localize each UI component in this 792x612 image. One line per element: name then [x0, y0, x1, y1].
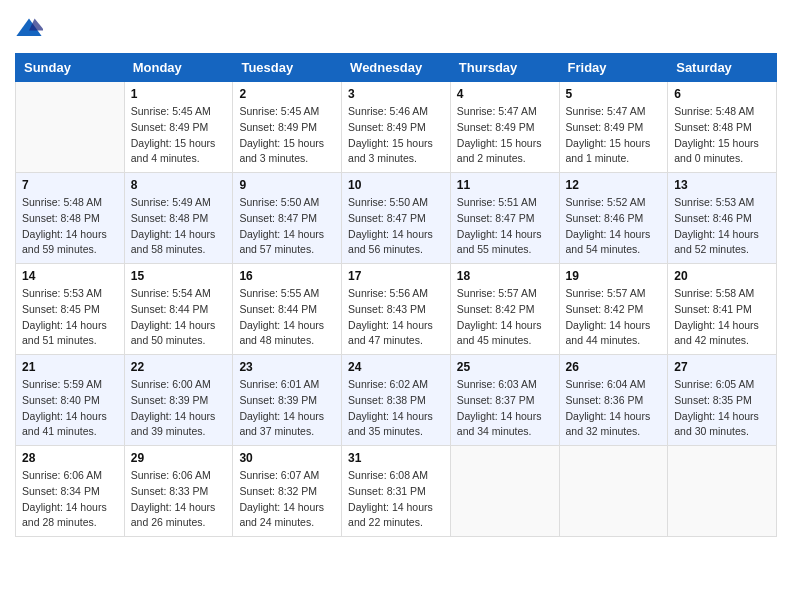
- day-number: 18: [457, 269, 553, 283]
- day-info: Sunrise: 6:08 AM Sunset: 8:31 PM Dayligh…: [348, 468, 444, 531]
- day-number: 4: [457, 87, 553, 101]
- day-info: Sunrise: 5:53 AM Sunset: 8:46 PM Dayligh…: [674, 195, 770, 258]
- calendar-cell: 3Sunrise: 5:46 AM Sunset: 8:49 PM Daylig…: [342, 82, 451, 173]
- day-info: Sunrise: 5:54 AM Sunset: 8:44 PM Dayligh…: [131, 286, 227, 349]
- day-number: 19: [566, 269, 662, 283]
- header-saturday: Saturday: [668, 54, 777, 82]
- header-friday: Friday: [559, 54, 668, 82]
- calendar-cell: 26Sunrise: 6:04 AM Sunset: 8:36 PM Dayli…: [559, 355, 668, 446]
- day-info: Sunrise: 5:55 AM Sunset: 8:44 PM Dayligh…: [239, 286, 335, 349]
- day-number: 22: [131, 360, 227, 374]
- day-number: 1: [131, 87, 227, 101]
- calendar-cell: 31Sunrise: 6:08 AM Sunset: 8:31 PM Dayli…: [342, 446, 451, 537]
- calendar-body: 1Sunrise: 5:45 AM Sunset: 8:49 PM Daylig…: [16, 82, 777, 537]
- calendar-cell: 19Sunrise: 5:57 AM Sunset: 8:42 PM Dayli…: [559, 264, 668, 355]
- calendar-cell: 5Sunrise: 5:47 AM Sunset: 8:49 PM Daylig…: [559, 82, 668, 173]
- calendar-cell: 8Sunrise: 5:49 AM Sunset: 8:48 PM Daylig…: [124, 173, 233, 264]
- week-row-2: 7Sunrise: 5:48 AM Sunset: 8:48 PM Daylig…: [16, 173, 777, 264]
- calendar-header: SundayMondayTuesdayWednesdayThursdayFrid…: [16, 54, 777, 82]
- day-info: Sunrise: 5:50 AM Sunset: 8:47 PM Dayligh…: [348, 195, 444, 258]
- day-info: Sunrise: 5:58 AM Sunset: 8:41 PM Dayligh…: [674, 286, 770, 349]
- calendar-cell: [16, 82, 125, 173]
- calendar-cell: [559, 446, 668, 537]
- calendar-cell: 20Sunrise: 5:58 AM Sunset: 8:41 PM Dayli…: [668, 264, 777, 355]
- day-info: Sunrise: 5:45 AM Sunset: 8:49 PM Dayligh…: [131, 104, 227, 167]
- week-row-1: 1Sunrise: 5:45 AM Sunset: 8:49 PM Daylig…: [16, 82, 777, 173]
- calendar-cell: 11Sunrise: 5:51 AM Sunset: 8:47 PM Dayli…: [450, 173, 559, 264]
- calendar-cell: 2Sunrise: 5:45 AM Sunset: 8:49 PM Daylig…: [233, 82, 342, 173]
- day-info: Sunrise: 6:00 AM Sunset: 8:39 PM Dayligh…: [131, 377, 227, 440]
- day-info: Sunrise: 5:53 AM Sunset: 8:45 PM Dayligh…: [22, 286, 118, 349]
- day-info: Sunrise: 5:46 AM Sunset: 8:49 PM Dayligh…: [348, 104, 444, 167]
- header-thursday: Thursday: [450, 54, 559, 82]
- day-number: 2: [239, 87, 335, 101]
- day-info: Sunrise: 6:07 AM Sunset: 8:32 PM Dayligh…: [239, 468, 335, 531]
- day-number: 11: [457, 178, 553, 192]
- header-sunday: Sunday: [16, 54, 125, 82]
- calendar-cell: 12Sunrise: 5:52 AM Sunset: 8:46 PM Dayli…: [559, 173, 668, 264]
- day-number: 8: [131, 178, 227, 192]
- day-info: Sunrise: 5:48 AM Sunset: 8:48 PM Dayligh…: [22, 195, 118, 258]
- day-info: Sunrise: 5:47 AM Sunset: 8:49 PM Dayligh…: [566, 104, 662, 167]
- day-info: Sunrise: 5:47 AM Sunset: 8:49 PM Dayligh…: [457, 104, 553, 167]
- logo: [15, 15, 47, 43]
- calendar-cell: 24Sunrise: 6:02 AM Sunset: 8:38 PM Dayli…: [342, 355, 451, 446]
- day-number: 13: [674, 178, 770, 192]
- calendar-cell: 30Sunrise: 6:07 AM Sunset: 8:32 PM Dayli…: [233, 446, 342, 537]
- header-tuesday: Tuesday: [233, 54, 342, 82]
- logo-icon: [15, 15, 43, 43]
- day-info: Sunrise: 5:56 AM Sunset: 8:43 PM Dayligh…: [348, 286, 444, 349]
- day-info: Sunrise: 6:05 AM Sunset: 8:35 PM Dayligh…: [674, 377, 770, 440]
- day-number: 9: [239, 178, 335, 192]
- week-row-4: 21Sunrise: 5:59 AM Sunset: 8:40 PM Dayli…: [16, 355, 777, 446]
- calendar-table: SundayMondayTuesdayWednesdayThursdayFrid…: [15, 53, 777, 537]
- day-number: 15: [131, 269, 227, 283]
- day-number: 27: [674, 360, 770, 374]
- calendar-cell: 16Sunrise: 5:55 AM Sunset: 8:44 PM Dayli…: [233, 264, 342, 355]
- day-number: 21: [22, 360, 118, 374]
- header-row: SundayMondayTuesdayWednesdayThursdayFrid…: [16, 54, 777, 82]
- day-number: 7: [22, 178, 118, 192]
- calendar-cell: 7Sunrise: 5:48 AM Sunset: 8:48 PM Daylig…: [16, 173, 125, 264]
- day-number: 20: [674, 269, 770, 283]
- week-row-5: 28Sunrise: 6:06 AM Sunset: 8:34 PM Dayli…: [16, 446, 777, 537]
- day-number: 25: [457, 360, 553, 374]
- calendar-cell: 14Sunrise: 5:53 AM Sunset: 8:45 PM Dayli…: [16, 264, 125, 355]
- calendar-cell: 6Sunrise: 5:48 AM Sunset: 8:48 PM Daylig…: [668, 82, 777, 173]
- calendar-cell: 4Sunrise: 5:47 AM Sunset: 8:49 PM Daylig…: [450, 82, 559, 173]
- day-info: Sunrise: 5:59 AM Sunset: 8:40 PM Dayligh…: [22, 377, 118, 440]
- day-number: 5: [566, 87, 662, 101]
- header-monday: Monday: [124, 54, 233, 82]
- day-info: Sunrise: 5:51 AM Sunset: 8:47 PM Dayligh…: [457, 195, 553, 258]
- calendar-cell: 25Sunrise: 6:03 AM Sunset: 8:37 PM Dayli…: [450, 355, 559, 446]
- day-number: 10: [348, 178, 444, 192]
- day-info: Sunrise: 6:03 AM Sunset: 8:37 PM Dayligh…: [457, 377, 553, 440]
- day-number: 12: [566, 178, 662, 192]
- week-row-3: 14Sunrise: 5:53 AM Sunset: 8:45 PM Dayli…: [16, 264, 777, 355]
- day-info: Sunrise: 5:49 AM Sunset: 8:48 PM Dayligh…: [131, 195, 227, 258]
- calendar-cell: 1Sunrise: 5:45 AM Sunset: 8:49 PM Daylig…: [124, 82, 233, 173]
- day-info: Sunrise: 6:06 AM Sunset: 8:33 PM Dayligh…: [131, 468, 227, 531]
- calendar-cell: 15Sunrise: 5:54 AM Sunset: 8:44 PM Dayli…: [124, 264, 233, 355]
- calendar-cell: [450, 446, 559, 537]
- calendar-cell: 18Sunrise: 5:57 AM Sunset: 8:42 PM Dayli…: [450, 264, 559, 355]
- day-number: 28: [22, 451, 118, 465]
- day-info: Sunrise: 5:50 AM Sunset: 8:47 PM Dayligh…: [239, 195, 335, 258]
- day-number: 29: [131, 451, 227, 465]
- day-info: Sunrise: 6:04 AM Sunset: 8:36 PM Dayligh…: [566, 377, 662, 440]
- day-number: 16: [239, 269, 335, 283]
- day-number: 24: [348, 360, 444, 374]
- day-info: Sunrise: 5:57 AM Sunset: 8:42 PM Dayligh…: [566, 286, 662, 349]
- calendar-cell: 29Sunrise: 6:06 AM Sunset: 8:33 PM Dayli…: [124, 446, 233, 537]
- day-number: 17: [348, 269, 444, 283]
- calendar-cell: 23Sunrise: 6:01 AM Sunset: 8:39 PM Dayli…: [233, 355, 342, 446]
- day-number: 31: [348, 451, 444, 465]
- day-number: 23: [239, 360, 335, 374]
- day-number: 3: [348, 87, 444, 101]
- calendar-cell: 21Sunrise: 5:59 AM Sunset: 8:40 PM Dayli…: [16, 355, 125, 446]
- calendar-cell: [668, 446, 777, 537]
- header-wednesday: Wednesday: [342, 54, 451, 82]
- day-info: Sunrise: 5:48 AM Sunset: 8:48 PM Dayligh…: [674, 104, 770, 167]
- day-number: 26: [566, 360, 662, 374]
- calendar-cell: 10Sunrise: 5:50 AM Sunset: 8:47 PM Dayli…: [342, 173, 451, 264]
